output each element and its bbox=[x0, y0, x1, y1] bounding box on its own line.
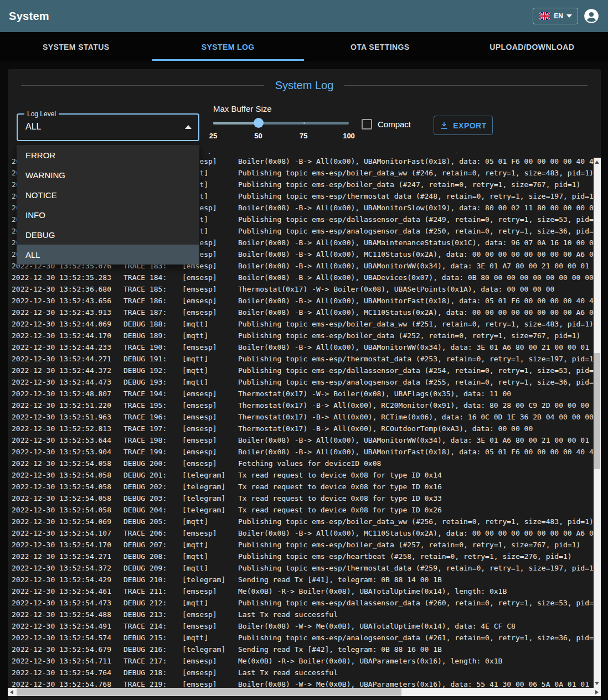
log-timestamp: 2022-12-30 13:52:44.372 bbox=[12, 365, 123, 376]
log-level: DEBUG 212: bbox=[123, 597, 182, 609]
log-level: TRACE 185: bbox=[123, 283, 182, 295]
log-row: 2022-12-30 13:52:54.473DEBUG 212:[mqtt]P… bbox=[8, 597, 594, 609]
active-tab-indicator bbox=[152, 59, 305, 61]
log-source: [mqtt] bbox=[182, 516, 238, 527]
log-message: Publishing topic ems-esp/boiler_data_ww … bbox=[238, 318, 594, 330]
log-message: Boiler(0x08) -W-> Me(0x0B), UBATotalUpti… bbox=[238, 620, 516, 632]
log-level: DEBUG 208: bbox=[123, 551, 182, 562]
log-message: Tx read request to device 0x08 for type … bbox=[238, 469, 442, 481]
log-source: [emsesp] bbox=[182, 655, 238, 667]
vertical-scrollbar-thumb[interactable] bbox=[594, 353, 600, 469]
log-row: 2022-12-30 13:52:54.461TRACE 211:[emsesp… bbox=[8, 585, 594, 597]
log-level: TRACE 211: bbox=[123, 585, 182, 597]
slider-thumb[interactable] bbox=[254, 118, 264, 128]
log-level: DEBUG 216: bbox=[123, 644, 182, 655]
log-timestamp: 2022-12-30 13:52:54.679 bbox=[12, 644, 123, 655]
log-timestamp: 2022-12-30 13:52:44.271 bbox=[12, 353, 123, 365]
tab-upload-download[interactable]: UPLOAD/DOWNLOAD bbox=[456, 32, 608, 61]
log-message: Boiler(0x08) -B-> All(0x00), UBADevices(… bbox=[238, 272, 594, 283]
log-row: 2022-12-30 13:52:54.271DEBUG 208:[mqtt]P… bbox=[8, 551, 594, 562]
log-message: Sending read Tx [#42], telegram: 0B 88 1… bbox=[238, 644, 442, 655]
tab-system-status[interactable]: SYSTEM STATUS bbox=[0, 32, 152, 61]
log-row: 2022-12-30 13:52:54.764DEBUG 218:[emsesp… bbox=[8, 667, 594, 678]
log-message: Publishing topic ems-esp/analogsensor_da… bbox=[238, 376, 594, 388]
log-message: Boiler(0x08) -B-> All(0x00), UBAMonitorF… bbox=[238, 155, 594, 167]
log-message: Publishing topic ems-esp/thermostat_data… bbox=[238, 190, 594, 202]
compact-toggle[interactable]: Compact bbox=[362, 119, 411, 129]
log-timestamp: 2022-12-30 13:52:54.058 bbox=[12, 469, 123, 481]
log-message: Publishing topic ems-esp/heartbeat (#258… bbox=[238, 551, 572, 562]
language-label: EN bbox=[554, 12, 563, 20]
menu-item-notice[interactable]: NOTICE bbox=[17, 185, 199, 205]
log-row: 2022-12-30 13:52:51.963TRACE 196:[emsesp… bbox=[8, 411, 594, 423]
menu-item-debug[interactable]: DEBUG bbox=[17, 225, 199, 245]
log-timestamp: 2022-12-30 13:52:54.372 bbox=[12, 562, 123, 574]
log-timestamp: 2022-12-30 13:52:54.170 bbox=[12, 539, 123, 551]
slider-mark-75 bbox=[303, 122, 305, 124]
menu-item-all[interactable]: ALL bbox=[17, 245, 199, 265]
log-level-value: ALL bbox=[25, 122, 41, 132]
log-level-menu: ERROR WARNING NOTICE INFO DEBUG ALL bbox=[17, 145, 199, 265]
log-message: Publishing topic ems-esp/thermostat_data… bbox=[238, 353, 594, 365]
log-message: Boiler(0x08) -B-> All(0x00), UBAMonitorS… bbox=[238, 202, 594, 214]
page-title: System bbox=[9, 10, 49, 23]
scroll-left-icon[interactable] bbox=[10, 690, 13, 694]
slider-mark-label-75: 75 bbox=[300, 132, 307, 140]
log-level: DEBUG 213: bbox=[123, 609, 182, 620]
log-source: [emsesp] bbox=[182, 458, 238, 469]
log-timestamp: 2022-12-30 13:52:51.963 bbox=[12, 411, 123, 423]
log-timestamp: 2022-12-30 13:52:44.069 bbox=[12, 318, 123, 330]
scroll-right-icon[interactable] bbox=[595, 690, 599, 694]
menu-item-warning[interactable]: WARNING bbox=[17, 165, 199, 185]
log-source: [telegram] bbox=[182, 644, 238, 655]
log-level: DEBUG 203: bbox=[123, 492, 182, 504]
log-source: [mqtt] bbox=[182, 551, 238, 562]
log-level: DEBUG 189: bbox=[123, 330, 182, 341]
vertical-scrollbar[interactable] bbox=[594, 158, 601, 688]
log-timestamp: 2022-12-30 13:52:53.904 bbox=[12, 446, 123, 458]
compact-checkbox[interactable] bbox=[362, 119, 372, 129]
log-level: TRACE 196: bbox=[123, 411, 182, 423]
log-row: 2022-12-30 13:52:54.170DEBUG 207:[mqtt]P… bbox=[8, 539, 594, 551]
log-timestamp: 2022-12-30 13:52:52.813 bbox=[12, 423, 123, 434]
horizontal-scrollbar[interactable] bbox=[8, 688, 601, 696]
slider-mark-label-50: 50 bbox=[254, 132, 262, 140]
log-source: [emsesp] bbox=[182, 446, 238, 458]
log-source: [emsesp] bbox=[182, 341, 238, 353]
scroll-up-icon[interactable] bbox=[595, 160, 599, 164]
log-message: Sending read Tx [#41], telegram: 0B 88 1… bbox=[238, 574, 442, 585]
log-message: Publishing topic ems-esp/dallassensor_da… bbox=[238, 365, 594, 376]
horizontal-scrollbar-thumb[interactable] bbox=[17, 688, 401, 696]
log-message: Last Tx read successful bbox=[238, 667, 338, 678]
menu-item-info[interactable]: INFO bbox=[17, 205, 199, 225]
log-source: [emsesp] bbox=[182, 527, 238, 539]
log-message: Boiler(0x08) -B-> All(0x00), UBAMonitorW… bbox=[238, 434, 594, 446]
log-timestamp: 2022-12-30 13:52:51.220 bbox=[12, 400, 123, 411]
chevron-up-icon bbox=[185, 125, 192, 129]
max-buffer-size-slider[interactable] bbox=[213, 118, 349, 128]
log-source: [mqtt] bbox=[182, 353, 238, 365]
scroll-down-icon[interactable] bbox=[595, 682, 599, 685]
export-button[interactable]: EXPORT bbox=[434, 116, 493, 135]
log-source: [telegram] bbox=[182, 574, 238, 585]
log-row: 2022-12-30 13:52:52.813TRACE 197:[emsesp… bbox=[8, 423, 594, 434]
log-timestamp: 2022-12-30 13:52:54.069 bbox=[12, 516, 123, 527]
account-icon[interactable] bbox=[584, 8, 599, 24]
log-row: 2022-12-30 13:52:54.679DEBUG 216:[telegr… bbox=[8, 644, 594, 655]
log-row: 2022-12-30 13:52:44.271DEBUG 191:[mqtt]P… bbox=[8, 353, 594, 365]
tab-ota-settings[interactable]: OTA SETTINGS bbox=[304, 32, 456, 61]
log-level-select[interactable]: Log Level ALL bbox=[17, 113, 199, 141]
log-source: [emsesp] bbox=[182, 272, 238, 283]
log-timestamp: 2022-12-30 13:52:54.488 bbox=[12, 609, 123, 620]
log-source: [emsesp] bbox=[182, 307, 238, 318]
menu-item-error[interactable]: ERROR bbox=[17, 145, 199, 165]
tab-system-log[interactable]: SYSTEM LOG bbox=[152, 32, 305, 61]
log-level: DEBUG 193: bbox=[123, 376, 182, 388]
log-source: [telegram] bbox=[182, 504, 238, 516]
language-selector[interactable]: EN bbox=[533, 8, 578, 24]
log-source: [emsesp] bbox=[182, 411, 238, 423]
log-row: 2022-12-30 13:52:36.680TRACE 185:[emsesp… bbox=[8, 283, 594, 295]
log-timestamp: 2022-12-30 13:52:44.233 bbox=[12, 341, 123, 353]
log-source: [mqtt] bbox=[182, 539, 238, 551]
slider-track[interactable] bbox=[213, 122, 259, 125]
